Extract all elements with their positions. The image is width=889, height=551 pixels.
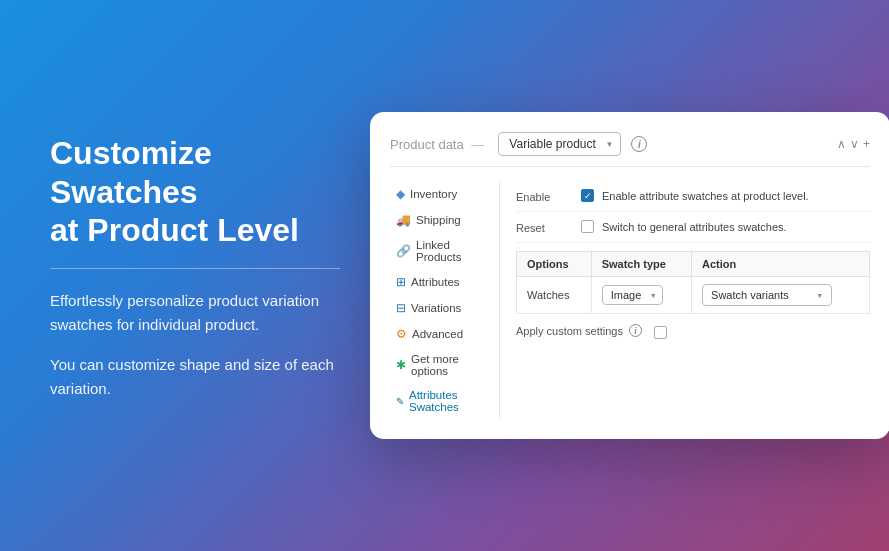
col-header-action: Action [692, 252, 870, 277]
variable-product-select-wrapper[interactable]: Variable product [498, 132, 621, 156]
sidebar-label-variations: Variations [411, 302, 461, 314]
swatch-type-select-wrapper[interactable]: Image [602, 285, 663, 305]
reset-field-content: Switch to general attributes swatches. [581, 220, 870, 233]
inventory-icon: ◆ [396, 187, 405, 201]
nav-plus[interactable]: + [863, 137, 870, 151]
reset-text: Switch to general attributes swatches. [602, 221, 787, 233]
title-line2: at Product Level [50, 212, 299, 248]
sidebar-item-inventory[interactable]: ◆ Inventory [390, 181, 487, 207]
reset-field-row: Reset Switch to general attributes swatc… [516, 212, 870, 243]
sidebar-item-advanced[interactable]: ⚙ Advanced [390, 321, 487, 347]
left-panel: Customize Swatches at Product Level Effo… [50, 134, 370, 416]
get-more-icon: ✱ [396, 358, 406, 372]
product-card: Product data — Variable product i ∧ ∨ + [370, 112, 889, 439]
title-line1: Customize Swatches [50, 135, 212, 209]
sidebar-label-advanced: Advanced [412, 328, 463, 340]
product-data-label: Product data — [390, 137, 488, 152]
options-table: Options Swatch type Action Watches [516, 251, 870, 314]
divider [50, 268, 340, 269]
sidebar-label-linked-products: Linked Products [416, 239, 481, 263]
table-row: Watches Image [517, 277, 870, 314]
apply-custom-settings-row: Apply custom settings i [516, 322, 870, 339]
sidebar-item-attributes-swatches[interactable]: ✎ Attributes Swatches [390, 383, 487, 419]
main-title: Customize Swatches at Product Level [50, 134, 340, 249]
shipping-icon: 🚚 [396, 213, 411, 227]
advanced-icon: ⚙ [396, 327, 407, 341]
right-panel: Product data — Variable product i ∧ ∨ + [370, 112, 889, 439]
swatch-variants-button[interactable]: Swatch variants [702, 284, 832, 306]
sidebar-item-linked-products[interactable]: 🔗 Linked Products [390, 233, 487, 269]
info-icon: i [631, 136, 647, 152]
swatches-icon: ✎ [396, 396, 404, 407]
sidebar-item-shipping[interactable]: 🚚 Shipping [390, 207, 487, 233]
nav-up[interactable]: ∧ [837, 137, 846, 151]
apply-custom-checkbox[interactable] [654, 326, 667, 339]
row-swatch-type: Image [591, 277, 691, 314]
sidebar-menu: ◆ Inventory 🚚 Shipping 🔗 Linked Products… [390, 181, 500, 419]
desc1: Effortlessly personalize product variati… [50, 289, 340, 337]
variations-icon: ⊟ [396, 301, 406, 315]
sidebar-item-get-more-options[interactable]: ✱ Get more options [390, 347, 487, 383]
card-body: ◆ Inventory 🚚 Shipping 🔗 Linked Products… [390, 181, 870, 419]
sidebar-label-get-more-options: Get more options [411, 353, 481, 377]
col-header-options: Options [517, 252, 592, 277]
apply-custom-info-icon: i [629, 324, 642, 337]
card-nav-arrows: ∧ ∨ + [837, 137, 870, 151]
main-content: Enable Enable attribute swatches at prod… [500, 181, 870, 419]
description: Effortlessly personalize product variati… [50, 289, 340, 401]
sidebar-label-attributes-swatches: Attributes Swatches [409, 389, 481, 413]
swatch-type-select[interactable]: Image [602, 285, 663, 305]
sidebar-label-inventory: Inventory [410, 188, 457, 200]
reset-checkbox[interactable] [581, 220, 594, 233]
sidebar-item-variations[interactable]: ⊟ Variations [390, 295, 487, 321]
row-action: Swatch variants [692, 277, 870, 314]
nav-down[interactable]: ∨ [850, 137, 859, 151]
col-header-swatch-type: Swatch type [591, 252, 691, 277]
enable-field-row: Enable Enable attribute swatches at prod… [516, 181, 870, 212]
background: Customize Swatches at Product Level Effo… [0, 0, 889, 551]
card-header: Product data — Variable product i ∧ ∨ + [390, 132, 870, 167]
enable-text: Enable attribute swatches at product lev… [602, 190, 809, 202]
enable-field-content: Enable attribute swatches at product lev… [581, 189, 870, 202]
enable-checkbox[interactable] [581, 189, 594, 202]
sidebar-label-attributes: Attributes [411, 276, 460, 288]
swatch-variants-label: Swatch variants [711, 289, 789, 301]
apply-custom-label: Apply custom settings [516, 325, 623, 337]
enable-label: Enable [516, 189, 571, 203]
variable-product-select[interactable]: Variable product [498, 132, 621, 156]
desc2: You can customize shape and size of each… [50, 353, 340, 401]
sidebar-item-attributes[interactable]: ⊞ Attributes [390, 269, 487, 295]
linked-products-icon: 🔗 [396, 244, 411, 258]
reset-label: Reset [516, 220, 571, 234]
attributes-icon: ⊞ [396, 275, 406, 289]
sidebar-label-shipping: Shipping [416, 214, 461, 226]
row-option: Watches [517, 277, 592, 314]
